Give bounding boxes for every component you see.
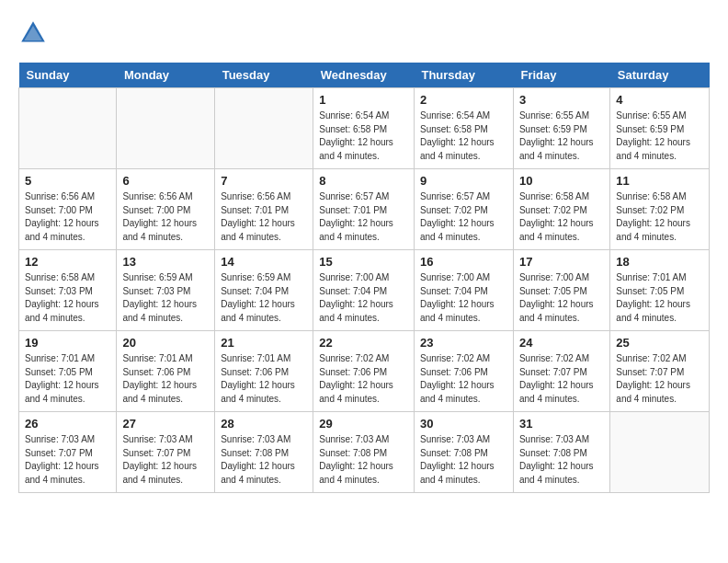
day-number: 20 bbox=[122, 336, 209, 350]
day-cell: 8Sunrise: 6:57 AM Sunset: 7:01 PM Daylig… bbox=[313, 169, 415, 250]
day-cell: 24Sunrise: 7:02 AM Sunset: 7:07 PM Dayli… bbox=[513, 331, 609, 412]
day-number: 31 bbox=[519, 417, 604, 431]
column-header-monday: Monday bbox=[117, 63, 215, 88]
day-info: Sunrise: 7:03 AM Sunset: 7:08 PM Dayligh… bbox=[319, 433, 408, 487]
day-number: 5 bbox=[25, 174, 110, 188]
day-cell: 4Sunrise: 6:55 AM Sunset: 6:59 PM Daylig… bbox=[610, 88, 710, 169]
week-row-2: 5Sunrise: 6:56 AM Sunset: 7:00 PM Daylig… bbox=[19, 169, 710, 250]
day-info: Sunrise: 7:02 AM Sunset: 7:07 PM Dayligh… bbox=[616, 352, 703, 406]
day-info: Sunrise: 7:02 AM Sunset: 7:07 PM Dayligh… bbox=[519, 352, 604, 406]
day-info: Sunrise: 7:03 AM Sunset: 7:08 PM Dayligh… bbox=[221, 433, 307, 487]
day-info: Sunrise: 6:59 AM Sunset: 7:04 PM Dayligh… bbox=[221, 271, 307, 325]
day-cell: 5Sunrise: 6:56 AM Sunset: 7:00 PM Daylig… bbox=[19, 169, 117, 250]
day-number: 2 bbox=[420, 93, 507, 107]
day-cell: 7Sunrise: 6:56 AM Sunset: 7:01 PM Daylig… bbox=[215, 169, 313, 250]
day-number: 16 bbox=[420, 255, 507, 269]
day-cell: 29Sunrise: 7:03 AM Sunset: 7:08 PM Dayli… bbox=[313, 412, 415, 493]
day-cell bbox=[215, 88, 313, 169]
day-cell: 26Sunrise: 7:03 AM Sunset: 7:07 PM Dayli… bbox=[19, 412, 117, 493]
day-info: Sunrise: 7:03 AM Sunset: 7:07 PM Dayligh… bbox=[122, 433, 209, 487]
day-info: Sunrise: 6:54 AM Sunset: 6:58 PM Dayligh… bbox=[420, 109, 507, 163]
day-cell: 13Sunrise: 6:59 AM Sunset: 7:03 PM Dayli… bbox=[117, 250, 215, 331]
day-number: 24 bbox=[519, 336, 604, 350]
day-number: 15 bbox=[319, 255, 408, 269]
day-number: 6 bbox=[122, 174, 209, 188]
column-header-friday: Friday bbox=[513, 63, 609, 88]
column-header-wednesday: Wednesday bbox=[313, 63, 415, 88]
column-header-saturday: Saturday bbox=[610, 63, 710, 88]
day-cell: 30Sunrise: 7:03 AM Sunset: 7:08 PM Dayli… bbox=[414, 412, 513, 493]
logo bbox=[18, 18, 51, 48]
day-cell: 20Sunrise: 7:01 AM Sunset: 7:06 PM Dayli… bbox=[117, 331, 215, 412]
day-info: Sunrise: 7:00 AM Sunset: 7:04 PM Dayligh… bbox=[319, 271, 408, 325]
header-row: SundayMondayTuesdayWednesdayThursdayFrid… bbox=[19, 63, 710, 88]
day-info: Sunrise: 6:56 AM Sunset: 7:00 PM Dayligh… bbox=[25, 190, 110, 244]
day-number: 9 bbox=[420, 174, 507, 188]
day-info: Sunrise: 6:57 AM Sunset: 7:02 PM Dayligh… bbox=[420, 190, 507, 244]
day-info: Sunrise: 7:00 AM Sunset: 7:05 PM Dayligh… bbox=[519, 271, 604, 325]
day-number: 7 bbox=[221, 174, 307, 188]
day-cell: 15Sunrise: 7:00 AM Sunset: 7:04 PM Dayli… bbox=[313, 250, 415, 331]
day-cell: 31Sunrise: 7:03 AM Sunset: 7:08 PM Dayli… bbox=[513, 412, 609, 493]
day-info: Sunrise: 7:03 AM Sunset: 7:07 PM Dayligh… bbox=[25, 433, 110, 487]
day-cell: 1Sunrise: 6:54 AM Sunset: 6:58 PM Daylig… bbox=[313, 88, 415, 169]
day-info: Sunrise: 7:01 AM Sunset: 7:05 PM Dayligh… bbox=[616, 271, 703, 325]
column-header-thursday: Thursday bbox=[414, 63, 513, 88]
day-number: 8 bbox=[319, 174, 408, 188]
day-info: Sunrise: 7:01 AM Sunset: 7:06 PM Dayligh… bbox=[221, 352, 307, 406]
day-cell: 10Sunrise: 6:58 AM Sunset: 7:02 PM Dayli… bbox=[513, 169, 609, 250]
day-info: Sunrise: 7:02 AM Sunset: 7:06 PM Dayligh… bbox=[319, 352, 408, 406]
day-cell: 23Sunrise: 7:02 AM Sunset: 7:06 PM Dayli… bbox=[414, 331, 513, 412]
day-number: 1 bbox=[319, 93, 408, 107]
day-info: Sunrise: 7:03 AM Sunset: 7:08 PM Dayligh… bbox=[519, 433, 604, 487]
day-number: 19 bbox=[25, 336, 110, 350]
day-number: 25 bbox=[616, 336, 703, 350]
week-row-5: 26Sunrise: 7:03 AM Sunset: 7:07 PM Dayli… bbox=[19, 412, 710, 493]
day-number: 30 bbox=[420, 417, 507, 431]
column-header-sunday: Sunday bbox=[19, 63, 117, 88]
day-number: 22 bbox=[319, 336, 408, 350]
day-number: 26 bbox=[25, 417, 110, 431]
day-number: 4 bbox=[616, 93, 703, 107]
day-info: Sunrise: 6:55 AM Sunset: 6:59 PM Dayligh… bbox=[519, 109, 604, 163]
day-cell: 18Sunrise: 7:01 AM Sunset: 7:05 PM Dayli… bbox=[610, 250, 710, 331]
day-cell: 6Sunrise: 6:56 AM Sunset: 7:00 PM Daylig… bbox=[117, 169, 215, 250]
day-number: 18 bbox=[616, 255, 703, 269]
page-header bbox=[18, 18, 710, 48]
day-info: Sunrise: 7:03 AM Sunset: 7:08 PM Dayligh… bbox=[420, 433, 507, 487]
day-cell: 11Sunrise: 6:58 AM Sunset: 7:02 PM Dayli… bbox=[610, 169, 710, 250]
day-info: Sunrise: 6:57 AM Sunset: 7:01 PM Dayligh… bbox=[319, 190, 408, 244]
day-info: Sunrise: 6:58 AM Sunset: 7:03 PM Dayligh… bbox=[25, 271, 110, 325]
day-cell: 17Sunrise: 7:00 AM Sunset: 7:05 PM Dayli… bbox=[513, 250, 609, 331]
day-cell bbox=[117, 88, 215, 169]
day-cell: 21Sunrise: 7:01 AM Sunset: 7:06 PM Dayli… bbox=[215, 331, 313, 412]
day-info: Sunrise: 6:56 AM Sunset: 7:00 PM Dayligh… bbox=[122, 190, 209, 244]
day-info: Sunrise: 6:56 AM Sunset: 7:01 PM Dayligh… bbox=[221, 190, 307, 244]
week-row-3: 12Sunrise: 6:58 AM Sunset: 7:03 PM Dayli… bbox=[19, 250, 710, 331]
day-info: Sunrise: 7:01 AM Sunset: 7:06 PM Dayligh… bbox=[122, 352, 209, 406]
day-info: Sunrise: 6:55 AM Sunset: 6:59 PM Dayligh… bbox=[616, 109, 703, 163]
day-number: 28 bbox=[221, 417, 307, 431]
day-info: Sunrise: 6:58 AM Sunset: 7:02 PM Dayligh… bbox=[519, 190, 604, 244]
day-number: 10 bbox=[519, 174, 604, 188]
day-number: 13 bbox=[122, 255, 209, 269]
day-info: Sunrise: 7:01 AM Sunset: 7:05 PM Dayligh… bbox=[25, 352, 110, 406]
day-cell: 3Sunrise: 6:55 AM Sunset: 6:59 PM Daylig… bbox=[513, 88, 609, 169]
day-info: Sunrise: 6:54 AM Sunset: 6:58 PM Dayligh… bbox=[319, 109, 408, 163]
day-cell: 12Sunrise: 6:58 AM Sunset: 7:03 PM Dayli… bbox=[19, 250, 117, 331]
day-number: 23 bbox=[420, 336, 507, 350]
day-info: Sunrise: 7:00 AM Sunset: 7:04 PM Dayligh… bbox=[420, 271, 507, 325]
day-number: 27 bbox=[122, 417, 209, 431]
logo-icon bbox=[18, 18, 48, 48]
day-number: 11 bbox=[616, 174, 703, 188]
day-cell: 28Sunrise: 7:03 AM Sunset: 7:08 PM Dayli… bbox=[215, 412, 313, 493]
day-number: 29 bbox=[319, 417, 408, 431]
column-header-tuesday: Tuesday bbox=[215, 63, 313, 88]
day-info: Sunrise: 7:02 AM Sunset: 7:06 PM Dayligh… bbox=[420, 352, 507, 406]
calendar-table: SundayMondayTuesdayWednesdayThursdayFrid… bbox=[18, 63, 710, 493]
week-row-1: 1Sunrise: 6:54 AM Sunset: 6:58 PM Daylig… bbox=[19, 88, 710, 169]
day-cell: 19Sunrise: 7:01 AM Sunset: 7:05 PM Dayli… bbox=[19, 331, 117, 412]
day-cell: 22Sunrise: 7:02 AM Sunset: 7:06 PM Dayli… bbox=[313, 331, 415, 412]
day-cell: 27Sunrise: 7:03 AM Sunset: 7:07 PM Dayli… bbox=[117, 412, 215, 493]
day-number: 3 bbox=[519, 93, 604, 107]
